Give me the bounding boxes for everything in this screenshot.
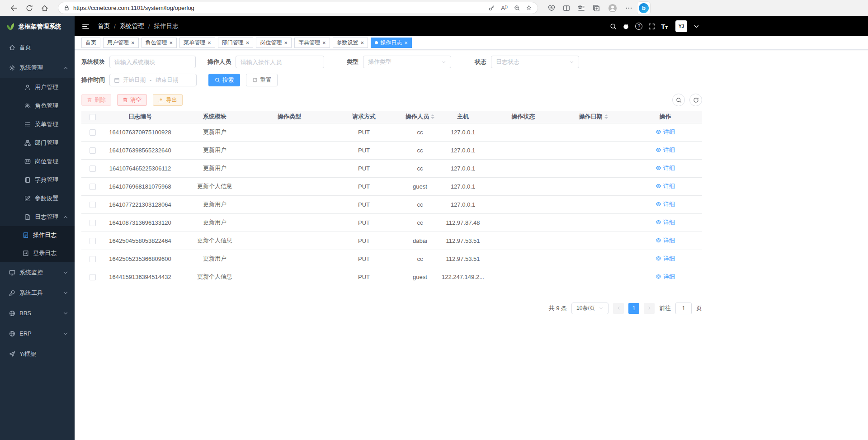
zoom-icon[interactable]: [514, 5, 520, 11]
browser-refresh-button[interactable]: [22, 2, 37, 14]
export-button[interactable]: 导出: [153, 94, 183, 106]
sidebar-item-dict-mgmt[interactable]: 字典管理: [0, 170, 75, 189]
goto-page-input[interactable]: [675, 303, 692, 314]
row-checkbox[interactable]: [90, 184, 96, 190]
sidebar-item-system-monitor[interactable]: 系统监控: [0, 262, 75, 283]
delete-button-label: 删除: [94, 96, 106, 104]
browser-back-button[interactable]: [6, 2, 22, 14]
tab-home[interactable]: 首页: [81, 38, 100, 48]
tab-dept-mgmt[interactable]: 部门管理×: [218, 38, 254, 48]
sidebar-item-role-mgmt[interactable]: 角色管理: [0, 96, 75, 115]
next-page-button[interactable]: [644, 303, 655, 314]
sidebar-item-system-mgmt[interactable]: 系统管理: [0, 57, 75, 78]
font-size-icon[interactable]: TT: [661, 23, 668, 30]
status-select[interactable]: 日志状态: [491, 56, 579, 68]
search-button[interactable]: 搜索: [208, 74, 240, 86]
tab-menu-mgmt[interactable]: 菜单管理×: [179, 38, 215, 48]
detail-link[interactable]: 详细: [656, 218, 675, 227]
type-select[interactable]: 操作类型: [363, 56, 451, 68]
row-checkbox[interactable]: [90, 202, 96, 208]
breadcrumb-item[interactable]: 系统管理: [120, 22, 144, 30]
sidebar-item-post-mgmt[interactable]: 岗位管理: [0, 152, 75, 170]
select-all-checkbox[interactable]: [90, 114, 96, 120]
browser-home-button[interactable]: [37, 2, 52, 14]
sidebar-item-operation-log[interactable]: 操作日志: [0, 226, 75, 244]
bing-discover-button[interactable]: b: [637, 1, 651, 15]
row-checkbox[interactable]: [90, 166, 96, 172]
close-tab-icon[interactable]: ×: [131, 40, 135, 46]
github-icon[interactable]: [623, 23, 629, 30]
sidebar-item-login-log[interactable]: 登录日志: [0, 244, 75, 262]
sidebar-item-home[interactable]: 首页: [0, 37, 75, 57]
sidebar-item-param-settings[interactable]: 参数设置: [0, 189, 75, 208]
tab-param-settings[interactable]: 参数设置×: [333, 38, 368, 48]
page-size-select[interactable]: 10条/页: [571, 303, 609, 314]
row-checkbox[interactable]: [90, 256, 96, 262]
reset-button[interactable]: 重置: [246, 74, 278, 86]
detail-link[interactable]: 详细: [656, 182, 675, 190]
close-tab-icon[interactable]: ×: [284, 40, 288, 46]
detail-link[interactable]: 详细: [656, 255, 675, 263]
avatar-caret-icon[interactable]: [693, 23, 700, 30]
refresh-table-button[interactable]: [689, 94, 702, 106]
delete-button[interactable]: 删除: [81, 94, 111, 106]
row-checkbox[interactable]: [90, 129, 96, 136]
fullscreen-icon[interactable]: [648, 23, 655, 30]
detail-link[interactable]: 详细: [656, 164, 675, 172]
close-tab-icon[interactable]: ×: [208, 40, 211, 46]
browser-essentials-icon[interactable]: [548, 5, 555, 12]
close-tab-icon[interactable]: ×: [322, 40, 326, 46]
browser-menu-icon[interactable]: [625, 5, 632, 12]
page-number-button[interactable]: 1: [628, 303, 639, 314]
address-bar[interactable]: https://ccnetcore.com:1101/system/log/op…: [58, 2, 538, 14]
detail-link[interactable]: 详细: [656, 146, 675, 154]
row-checkbox[interactable]: [90, 147, 96, 154]
toggle-search-button[interactable]: [672, 94, 685, 106]
sidebar-item-system-tools[interactable]: 系统工具: [0, 283, 75, 303]
sidebar-item-yi-framework[interactable]: Yi框架: [0, 344, 75, 364]
help-icon[interactable]: ?: [635, 23, 642, 30]
close-tab-icon[interactable]: ×: [361, 40, 364, 46]
sidebar-item-log-mgmt[interactable]: 日志管理: [0, 208, 75, 226]
row-checkbox[interactable]: [90, 238, 96, 244]
eye-icon: [656, 183, 661, 189]
user-avatar[interactable]: YJ: [675, 20, 687, 32]
close-tab-icon[interactable]: ×: [246, 40, 250, 46]
row-checkbox[interactable]: [90, 274, 96, 280]
sidebar-item-dept-mgmt[interactable]: 部门管理: [0, 133, 75, 152]
date-range-input[interactable]: 开始日期 - 结束日期: [109, 74, 197, 86]
operator-input[interactable]: [236, 56, 324, 68]
prev-page-button[interactable]: [613, 303, 624, 314]
detail-link[interactable]: 详细: [656, 200, 675, 208]
tab-user-mgmt[interactable]: 用户管理×: [103, 38, 139, 48]
sort-carets[interactable]: [604, 114, 608, 119]
tab-dict-mgmt[interactable]: 字典管理×: [294, 38, 330, 48]
sidebar-toggle-button[interactable]: [82, 23, 90, 30]
tab-operation-log[interactable]: 操作日志×: [371, 38, 412, 48]
tab-post-mgmt[interactable]: 岗位管理×: [256, 38, 292, 48]
close-tab-icon[interactable]: ×: [404, 40, 408, 46]
collections-icon[interactable]: [593, 5, 600, 12]
sort-carets[interactable]: [431, 114, 434, 119]
split-screen-icon[interactable]: [563, 5, 570, 12]
favorites-icon[interactable]: [578, 5, 585, 12]
tab-role-mgmt[interactable]: 角色管理×: [142, 38, 177, 48]
header-search-icon[interactable]: [610, 23, 617, 30]
profile-avatar-icon[interactable]: [608, 3, 618, 13]
breadcrumb-item[interactable]: 首页: [98, 22, 110, 30]
url-text[interactable]: https://ccnetcore.com:1101/system/log/op…: [73, 5, 485, 11]
add-favorite-icon[interactable]: [526, 5, 532, 11]
row-checkbox[interactable]: [90, 220, 96, 226]
sidebar-item-menu-mgmt[interactable]: 菜单管理: [0, 115, 75, 133]
module-input[interactable]: [109, 56, 196, 68]
password-key-icon[interactable]: [489, 5, 495, 11]
detail-link[interactable]: 详细: [656, 273, 675, 281]
read-aloud-icon[interactable]: A)): [501, 5, 508, 11]
clear-button[interactable]: 清空: [117, 94, 147, 106]
detail-link[interactable]: 详细: [656, 128, 675, 136]
sidebar-item-user-mgmt[interactable]: 用户管理: [0, 78, 75, 96]
sidebar-item-bbs[interactable]: BBS: [0, 303, 75, 323]
detail-link[interactable]: 详细: [656, 237, 675, 245]
close-tab-icon[interactable]: ×: [170, 40, 173, 46]
sidebar-item-erp[interactable]: ERP: [0, 323, 75, 344]
